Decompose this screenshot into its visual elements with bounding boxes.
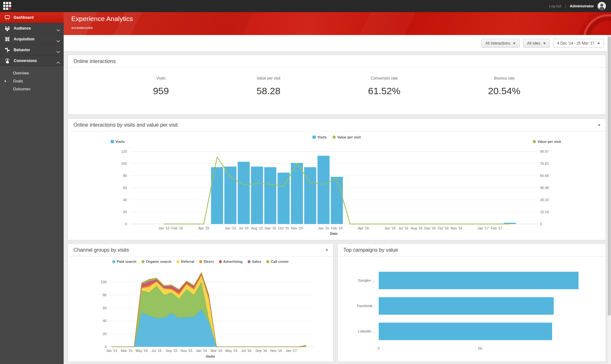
- logout-link[interactable]: Log out: [549, 4, 561, 8]
- sidebar-subitem-overview[interactable]: Overview: [0, 69, 64, 77]
- sites-filter-dropdown[interactable]: All sites: [523, 39, 550, 48]
- campaign-bar[interactable]: [379, 323, 552, 340]
- collapse-caret-icon[interactable]: [598, 124, 600, 126]
- panel-title: Top campaigns by value: [338, 244, 606, 256]
- visits-bar[interactable]: [224, 167, 236, 224]
- avatar[interactable]: [598, 2, 606, 10]
- sidebar-item-behavior[interactable]: Behavior: [0, 45, 64, 55]
- right-axis-tick: 0: [540, 222, 542, 226]
- launchpad-tile: [9, 5, 11, 7]
- campaign-bar[interactable]: [379, 272, 579, 289]
- x-axis-tick: Sep '15: [264, 226, 276, 230]
- x-axis-tick: Nov '15: [181, 349, 193, 353]
- launchpad-tile: [3, 2, 5, 4]
- x-axis-tick: Sep '16: [424, 226, 436, 230]
- x-axis-tick: Jan '15: [106, 349, 117, 353]
- value-per-visit-swatch: [333, 136, 336, 139]
- visits-bar[interactable]: [318, 156, 330, 224]
- x-axis-tick: Jun '16: [384, 226, 396, 230]
- sidebar-item-audience[interactable]: Audience: [0, 23, 64, 34]
- x-axis-tick: Jan '17: [478, 226, 489, 230]
- sidebar-item-label: Behavior: [14, 48, 30, 52]
- y-axis-tick: 80: [103, 293, 107, 297]
- user-silhouette-icon: [598, 2, 606, 10]
- legend-item-call-center[interactable]: Call center: [266, 260, 289, 263]
- legend-item-advertising[interactable]: Advertising: [219, 260, 243, 263]
- left-axis-tick: 20: [123, 210, 127, 214]
- legend-item-organic-search[interactable]: Organic search: [142, 260, 172, 263]
- metric-conversion-rate: Conversion rate 61.52%: [368, 76, 400, 96]
- x-axis-tick: Oct '16: [438, 226, 449, 230]
- chart-legend: Paid searchOrganic searchReferralDirectA…: [68, 260, 333, 263]
- topbar-separator: |: [565, 4, 566, 8]
- legend-label: Referral: [181, 260, 194, 263]
- legend-item-sales[interactable]: Sales: [248, 260, 261, 263]
- x-axis-tick: Feb '16: [331, 226, 342, 230]
- expand-arrow-icon[interactable]: [5, 80, 6, 82]
- sidebar-item-acquisition[interactable]: Acquisition: [0, 34, 64, 45]
- legend-item-value-per-visit[interactable]: Value per visit: [333, 135, 361, 139]
- left-axis-tick: 100: [121, 162, 127, 165]
- user-menu[interactable]: Administrator: [570, 4, 594, 8]
- filter-label: All sites: [527, 41, 540, 46]
- campaign-label: Google+ ...: [341, 278, 375, 282]
- sidebar-subitem-goals[interactable]: Goals: [0, 77, 64, 85]
- visits-bar[interactable]: [304, 167, 316, 224]
- legend-item-direct[interactable]: Direct: [199, 260, 214, 263]
- right-axis-tick: 75.81: [540, 162, 549, 165]
- legend-item-visits[interactable]: Visits: [313, 135, 327, 139]
- x-axis-tick: Apr '15: [198, 226, 209, 230]
- chart-legend: Visits Value per visit: [68, 135, 606, 139]
- channel-groups-chart: Paid searchOrganic searchReferralDirectA…: [68, 256, 333, 362]
- topbar-user-area: Log out | Administrator: [549, 0, 606, 12]
- scrollbar-thumb[interactable]: [608, 36, 611, 316]
- x-axis-tick: Nov '16: [451, 226, 462, 230]
- visits-bar[interactable]: [264, 167, 276, 224]
- scrollbar[interactable]: [607, 35, 611, 364]
- conversions-submenu: Overview Goals Outcomes: [0, 66, 64, 96]
- interactions-filter-dropdown[interactable]: All interactions: [481, 39, 520, 48]
- visits-bar[interactable]: [331, 177, 343, 224]
- x-axis-tick: Jan '17: [285, 349, 297, 353]
- metric-label: Bounce rate: [488, 76, 521, 80]
- launchpad-tile: [6, 8, 8, 10]
- panel-title-text: Online interactions by visits and value …: [74, 122, 178, 128]
- legend-label: Direct: [204, 260, 214, 263]
- metric-label: Visits: [153, 76, 169, 80]
- visits-bar[interactable]: [211, 167, 223, 224]
- visits-bar[interactable]: [251, 167, 263, 224]
- left-axis-tick: 80: [123, 174, 127, 178]
- visits-bar[interactable]: [238, 162, 250, 224]
- legend-label: Value per visit: [337, 135, 361, 139]
- sidebar-item-dashboard[interactable]: Dashboard: [0, 12, 64, 23]
- chevron-up-icon: [56, 60, 60, 65]
- legend-item-referral[interactable]: Referral: [177, 260, 194, 263]
- visits-bar[interactable]: [277, 173, 290, 224]
- metrics-row: Visits 959 Value per visit 58.28 Convers…: [68, 68, 606, 96]
- panel-title-text: Top campaigns by value: [343, 247, 398, 253]
- bar-line-chart-svg: 002015.164030.326045.488060.6510075.8112…: [68, 131, 606, 240]
- y-axis-tick: 60: [103, 306, 107, 310]
- dropdown-caret-icon: [543, 43, 546, 44]
- visits-bar[interactable]: [291, 163, 303, 224]
- chevron-down-icon: [56, 38, 60, 44]
- x-axis-title: Date: [315, 232, 353, 235]
- collapse-caret-icon[interactable]: [326, 249, 328, 251]
- sidebar-subitem-outcomes[interactable]: Outcomes: [0, 85, 64, 93]
- campaign-bar[interactable]: [379, 297, 554, 315]
- metric-value: 61.52%: [368, 86, 400, 96]
- x-axis-tick: Mar '15: [121, 349, 132, 353]
- launchpad-tile: [6, 2, 8, 4]
- right-axis-tick: 60.65: [540, 174, 549, 178]
- panel-title: Online interactions by visits and value …: [68, 119, 606, 131]
- sidebar-item-conversions[interactable]: Conversions: [0, 55, 64, 66]
- legend-item-paid-search[interactable]: Paid search: [112, 260, 137, 263]
- date-range-filter-dropdown[interactable]: 4 Dec '14 - 25 Mar '17: [553, 39, 604, 48]
- left-axis-tick: 120: [121, 150, 127, 153]
- launchpad-icon[interactable]: [3, 2, 12, 10]
- campaign-label: LinkedIn ...: [341, 329, 375, 333]
- left-axis-title: Visits: [111, 140, 125, 144]
- metric-value: 20.54%: [488, 86, 521, 96]
- audience-icon: [4, 25, 11, 32]
- x-axis-tick: Jan '15: [158, 226, 169, 230]
